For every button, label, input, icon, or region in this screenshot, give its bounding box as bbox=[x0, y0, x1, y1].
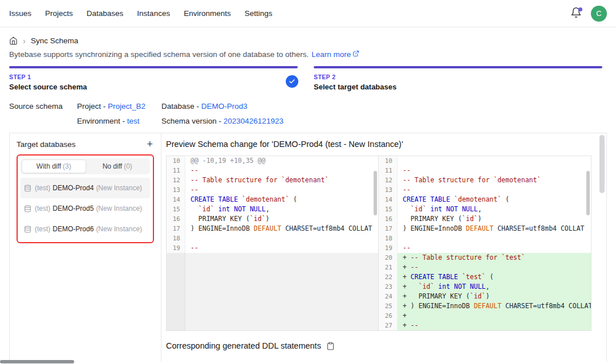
page-header: › Sync Schema Bytebase supports synchron… bbox=[0, 36, 616, 125]
code-line bbox=[185, 321, 378, 330]
line-number: 19 bbox=[167, 243, 185, 253]
intro-text: Bytebase supports synchronizing a specif… bbox=[9, 50, 309, 59]
target-database-demo-prod6[interactable]: (test)DEMO-Prod6(New Instance) bbox=[21, 219, 150, 239]
line-number: 18 bbox=[379, 234, 398, 243]
database-value-link[interactable]: DEMO-Prod3 bbox=[201, 102, 248, 111]
nav-links: IssuesProjectsDatabasesInstancesEnvironm… bbox=[9, 9, 272, 18]
code-line: CREATE TABLE `demotenant` ( bbox=[398, 195, 591, 205]
diff-row: 15 `id` int NOT NULL, bbox=[167, 205, 378, 214]
nav-item-settings[interactable]: Settings bbox=[245, 9, 273, 18]
source-version-field: Schema version - 20230426121923 bbox=[161, 117, 607, 125]
tab-with-diff[interactable]: With diff(3) bbox=[22, 159, 86, 173]
user-avatar[interactable]: C bbox=[591, 6, 607, 22]
project-value-link[interactable]: Project_B2 bbox=[108, 102, 145, 111]
line-number bbox=[167, 253, 185, 263]
target-database-demo-prod4[interactable]: (test)DEMO-Prod4(New Instance) bbox=[21, 178, 150, 198]
step2-eyebrow: STEP 2 bbox=[314, 73, 602, 80]
breadcrumb: › Sync Schema bbox=[9, 36, 607, 45]
db-environment: (test) bbox=[35, 184, 50, 192]
diff-row: 13-- bbox=[379, 185, 591, 195]
code-line bbox=[185, 263, 378, 272]
line-number: 22 bbox=[379, 272, 398, 282]
notifications-button[interactable] bbox=[570, 7, 582, 20]
notification-dot bbox=[578, 7, 582, 11]
code-line: @@ -10,19 +10,35 @@ bbox=[185, 156, 378, 166]
main-vertical-scrollbar[interactable] bbox=[599, 135, 605, 193]
top-navbar: IssuesProjectsDatabasesInstancesEnvironm… bbox=[0, 0, 616, 27]
code-line: + CREATE TABLE `test` ( bbox=[398, 272, 591, 282]
nav-item-issues[interactable]: Issues bbox=[9, 9, 31, 18]
target-database-demo-prod5[interactable]: (test)DEMO-Prod5(New Instance) bbox=[21, 198, 150, 219]
diff-source-lines: 10@@ -10,19 +10,35 @@11--12-- Table stru… bbox=[167, 156, 378, 330]
line-number: 18 bbox=[167, 234, 185, 243]
diff-target-lines: 1011--12-- Table structure for `demotena… bbox=[379, 156, 591, 330]
line-number bbox=[167, 311, 185, 321]
nav-item-databases[interactable]: Databases bbox=[87, 9, 124, 18]
diff-filler-row bbox=[167, 253, 378, 263]
code-line: + -- Table structure for `test` bbox=[398, 253, 591, 263]
diff-row: 13-- bbox=[167, 185, 378, 195]
diff-target-scrollbar[interactable] bbox=[586, 171, 590, 215]
tab-no-diff[interactable]: No diff(0) bbox=[86, 159, 149, 173]
code-line: -- bbox=[185, 185, 378, 195]
db-note: (New Instance) bbox=[96, 225, 142, 233]
diff-row: 12-- Table structure for `demotenant` bbox=[379, 175, 591, 185]
step-1[interactable]: STEP 1 Select source schema bbox=[9, 73, 298, 93]
line-number: 13 bbox=[379, 185, 398, 195]
code-line: -- bbox=[185, 166, 378, 175]
line-number: 11 bbox=[379, 166, 398, 175]
line-number bbox=[167, 301, 185, 311]
code-line bbox=[185, 282, 378, 292]
line-number: 19 bbox=[379, 243, 398, 253]
line-number bbox=[167, 282, 185, 292]
add-target-database-button[interactable]: + bbox=[145, 139, 154, 149]
diff-filler-row bbox=[167, 272, 378, 282]
schema-version-value-link[interactable]: 20230426121923 bbox=[224, 117, 283, 125]
line-number: 17 bbox=[167, 224, 185, 234]
diff-filler-row bbox=[167, 301, 378, 311]
home-icon[interactable] bbox=[9, 36, 18, 45]
diff-row: 19-- bbox=[167, 243, 378, 253]
schema-diff-viewer: 10@@ -10,19 +10,35 @@11--12-- Table stru… bbox=[166, 156, 591, 331]
tab-label: With diff bbox=[37, 162, 61, 170]
code-line bbox=[398, 156, 591, 166]
nav-item-environments[interactable]: Environments bbox=[184, 9, 231, 18]
code-line: + -- bbox=[398, 321, 591, 330]
learn-more-link[interactable]: Learn more bbox=[311, 50, 359, 59]
line-number: 13 bbox=[167, 185, 185, 195]
line-number: 15 bbox=[379, 205, 398, 214]
diff-filter-tabs: With diff(3)No diff(0) bbox=[21, 158, 150, 174]
chevron-right-icon: › bbox=[23, 36, 26, 45]
target-databases-highlight: With diff(3)No diff(0) (test)DEMO-Prod4(… bbox=[17, 154, 154, 243]
line-number: 11 bbox=[167, 166, 185, 175]
nav-item-instances[interactable]: Instances bbox=[137, 9, 170, 18]
diff-source-scrollbar[interactable] bbox=[374, 171, 377, 215]
source-environment-field: Environment - test bbox=[77, 117, 161, 125]
db-note: (New Instance) bbox=[96, 205, 142, 212]
diff-row: 17) ENGINE=InnoDB DEFAULT CHARSET=utf8mb… bbox=[379, 224, 591, 234]
code-line bbox=[185, 272, 378, 282]
step-2[interactable]: STEP 2 Select target databases bbox=[314, 73, 602, 93]
line-number: 26 bbox=[379, 311, 398, 321]
line-number: 16 bbox=[379, 214, 398, 224]
line-number bbox=[167, 321, 185, 330]
target-panel-header: Target databases + bbox=[17, 139, 154, 149]
diff-row: 27+ -- bbox=[379, 321, 591, 330]
code-line bbox=[185, 292, 378, 301]
breadcrumb-page: Sync Schema bbox=[31, 36, 78, 45]
target-databases-panel: Target databases + With diff(3)No diff(0… bbox=[10, 133, 161, 362]
external-link-icon bbox=[352, 50, 359, 59]
diff-filler-row bbox=[167, 263, 378, 272]
horizontal-scrollbar[interactable] bbox=[0, 360, 74, 363]
diff-row: 11-- bbox=[379, 166, 591, 175]
environment-value-link[interactable]: test bbox=[127, 117, 140, 125]
diff-row: 26+ bbox=[379, 311, 591, 321]
diff-row: 12-- Table structure for `demotenant` bbox=[167, 175, 378, 185]
target-panel-title: Target databases bbox=[17, 140, 76, 149]
nav-item-projects[interactable]: Projects bbox=[45, 9, 73, 18]
code-line bbox=[185, 301, 378, 311]
diff-row: 11-- bbox=[167, 166, 378, 175]
diff-row: 19-- bbox=[379, 243, 591, 253]
code-line bbox=[185, 311, 378, 321]
copy-ddl-button[interactable] bbox=[326, 342, 335, 350]
